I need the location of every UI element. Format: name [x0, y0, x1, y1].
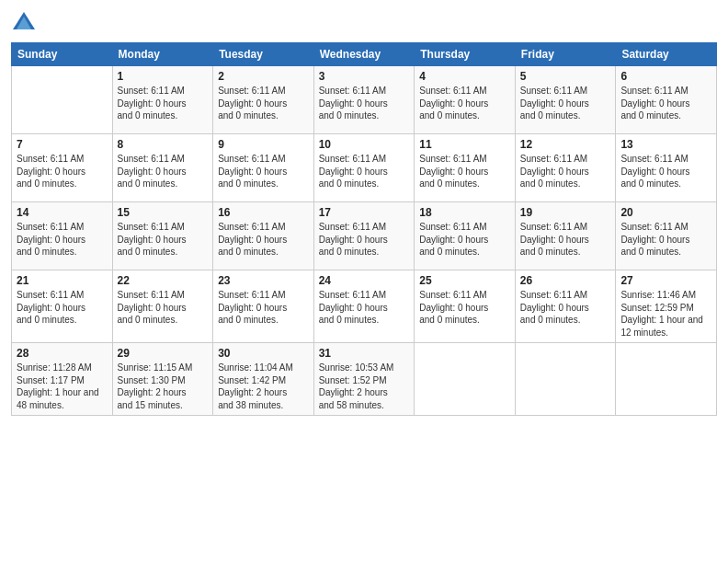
calendar-cell: 2Sunset: 6:11 AM Daylight: 0 hours and 0… — [213, 66, 314, 134]
weekday-header-wednesday: Wednesday — [313, 43, 415, 66]
weekday-header-friday: Friday — [515, 43, 616, 66]
day-info: Sunset: 6:11 AM Daylight: 0 hours and 0 … — [520, 221, 611, 259]
calendar-cell: 14Sunset: 6:11 AM Daylight: 0 hours and … — [12, 202, 113, 270]
calendar-cell: 17Sunset: 6:11 AM Daylight: 0 hours and … — [313, 202, 415, 270]
day-info: Sunset: 6:11 AM Daylight: 0 hours and 0 … — [419, 289, 510, 327]
day-info: Sunset: 6:11 AM Daylight: 0 hours and 0 … — [319, 85, 410, 122]
day-info: Sunset: 6:11 AM Daylight: 0 hours and 0 … — [218, 153, 309, 190]
calendar-week-1: 1Sunset: 6:11 AM Daylight: 0 hours and 0… — [12, 66, 717, 134]
calendar-cell: 5Sunset: 6:11 AM Daylight: 0 hours and 0… — [515, 66, 616, 134]
calendar-cell: 27Sunrise: 11:46 AM Sunset: 12:59 PM Day… — [616, 270, 717, 343]
day-number: 17 — [319, 206, 410, 219]
day-number: 20 — [620, 206, 711, 219]
calendar-cell: 22Sunset: 6:11 AM Daylight: 0 hours and … — [112, 270, 213, 343]
day-number: 26 — [520, 274, 611, 287]
day-number: 22 — [118, 274, 209, 287]
calendar-cell: 13Sunset: 6:11 AM Daylight: 0 hours and … — [616, 134, 717, 202]
calendar-week-3: 14Sunset: 6:11 AM Daylight: 0 hours and … — [12, 202, 717, 270]
calendar-cell: 8Sunset: 6:11 AM Daylight: 0 hours and 0… — [112, 134, 213, 202]
day-info: Sunset: 6:11 AM Daylight: 0 hours and 0 … — [218, 289, 309, 327]
day-info: Sunset: 6:11 AM Daylight: 0 hours and 0 … — [520, 289, 611, 327]
calendar-cell: 24Sunset: 6:11 AM Daylight: 0 hours and … — [313, 270, 415, 343]
day-info: Sunset: 6:11 AM Daylight: 0 hours and 0 … — [620, 221, 711, 259]
calendar-cell: 19Sunset: 6:11 AM Daylight: 0 hours and … — [515, 202, 616, 270]
calendar-cell — [616, 343, 717, 416]
calendar-cell — [515, 343, 616, 416]
day-number: 14 — [17, 206, 108, 219]
day-info: Sunrise: 11:04 AM Sunset: 1:42 PM Daylig… — [218, 362, 309, 411]
calendar-cell: 3Sunset: 6:11 AM Daylight: 0 hours and 0… — [313, 66, 415, 134]
calendar-cell: 11Sunset: 6:11 AM Daylight: 0 hours and … — [415, 134, 516, 202]
day-number: 19 — [520, 206, 611, 219]
day-number: 5 — [520, 70, 611, 83]
day-number: 8 — [118, 138, 209, 151]
day-info: Sunset: 6:11 AM Daylight: 0 hours and 0 … — [520, 153, 611, 190]
calendar-cell: 20Sunset: 6:11 AM Daylight: 0 hours and … — [616, 202, 717, 270]
calendar-cell: 31Sunrise: 10:53 AM Sunset: 1:52 PM Dayl… — [313, 343, 415, 416]
calendar-cell: 12Sunset: 6:11 AM Daylight: 0 hours and … — [515, 134, 616, 202]
weekday-header-row: SundayMondayTuesdayWednesdayThursdayFrid… — [12, 43, 717, 66]
day-info: Sunset: 6:11 AM Daylight: 0 hours and 0 … — [118, 221, 209, 259]
day-number: 2 — [218, 70, 309, 83]
day-number: 31 — [319, 347, 410, 360]
calendar-cell: 16Sunset: 6:11 AM Daylight: 0 hours and … — [213, 202, 314, 270]
day-number: 16 — [218, 206, 309, 219]
calendar-cell: 6Sunset: 6:11 AM Daylight: 0 hours and 0… — [616, 66, 717, 134]
day-info: Sunset: 6:11 AM Daylight: 0 hours and 0 … — [419, 85, 510, 122]
day-number: 25 — [419, 274, 510, 287]
day-info: Sunrise: 10:53 AM Sunset: 1:52 PM Daylig… — [319, 362, 410, 411]
weekday-header-thursday: Thursday — [415, 43, 516, 66]
day-number: 30 — [218, 347, 309, 360]
day-number: 15 — [118, 206, 209, 219]
day-number: 21 — [17, 274, 108, 287]
day-info: Sunset: 6:11 AM Daylight: 0 hours and 0 … — [319, 221, 410, 259]
calendar-cell — [12, 66, 113, 134]
day-info: Sunset: 6:11 AM Daylight: 0 hours and 0 … — [17, 289, 108, 327]
calendar-week-4: 21Sunset: 6:11 AM Daylight: 0 hours and … — [12, 270, 717, 343]
calendar-cell: 1Sunset: 6:11 AM Daylight: 0 hours and 0… — [112, 66, 213, 134]
calendar-cell — [415, 343, 516, 416]
day-info: Sunset: 6:11 AM Daylight: 0 hours and 0 … — [520, 85, 611, 122]
day-number: 27 — [620, 274, 711, 287]
day-info: Sunrise: 11:28 AM Sunset: 1:17 PM Daylig… — [17, 362, 108, 411]
day-info: Sunset: 6:11 AM Daylight: 0 hours and 0 … — [319, 289, 410, 327]
calendar-cell: 10Sunset: 6:11 AM Daylight: 0 hours and … — [313, 134, 415, 202]
calendar-cell: 30Sunrise: 11:04 AM Sunset: 1:42 PM Dayl… — [213, 343, 314, 416]
day-info: Sunset: 6:11 AM Daylight: 0 hours and 0 … — [419, 153, 510, 190]
day-info: Sunset: 6:11 AM Daylight: 0 hours and 0 … — [17, 153, 108, 190]
day-number: 11 — [419, 138, 510, 151]
weekday-header-tuesday: Tuesday — [213, 43, 314, 66]
day-number: 9 — [218, 138, 309, 151]
day-number: 12 — [520, 138, 611, 151]
calendar-cell: 15Sunset: 6:11 AM Daylight: 0 hours and … — [112, 202, 213, 270]
day-info: Sunset: 6:11 AM Daylight: 0 hours and 0 … — [319, 153, 410, 190]
logo-icon — [11, 9, 37, 35]
calendar-cell: 4Sunset: 6:11 AM Daylight: 0 hours and 0… — [415, 66, 516, 134]
day-number: 7 — [17, 138, 108, 151]
day-number: 6 — [620, 70, 711, 83]
calendar-week-2: 7Sunset: 6:11 AM Daylight: 0 hours and 0… — [12, 134, 717, 202]
day-number: 18 — [419, 206, 510, 219]
day-number: 1 — [118, 70, 209, 83]
day-number: 28 — [17, 347, 108, 360]
calendar-cell: 7Sunset: 6:11 AM Daylight: 0 hours and 0… — [12, 134, 113, 202]
day-number: 23 — [218, 274, 309, 287]
weekday-header-saturday: Saturday — [616, 43, 717, 66]
day-info: Sunset: 6:11 AM Daylight: 0 hours and 0 … — [118, 85, 209, 122]
day-info: Sunset: 6:11 AM Daylight: 0 hours and 0 … — [218, 85, 309, 122]
header — [11, 9, 717, 35]
day-info: Sunset: 6:11 AM Daylight: 0 hours and 0 … — [620, 85, 711, 122]
day-info: Sunset: 6:11 AM Daylight: 0 hours and 0 … — [118, 153, 209, 190]
calendar-cell: 23Sunset: 6:11 AM Daylight: 0 hours and … — [213, 270, 314, 343]
page: SundayMondayTuesdayWednesdayThursdayFrid… — [0, 0, 728, 563]
calendar-table: SundayMondayTuesdayWednesdayThursdayFrid… — [11, 42, 717, 416]
day-number: 3 — [319, 70, 410, 83]
day-number: 13 — [620, 138, 711, 151]
day-info: Sunset: 6:11 AM Daylight: 0 hours and 0 … — [419, 221, 510, 259]
logo — [11, 9, 40, 35]
weekday-header-monday: Monday — [112, 43, 213, 66]
day-number: 10 — [319, 138, 410, 151]
calendar-cell: 21Sunset: 6:11 AM Daylight: 0 hours and … — [12, 270, 113, 343]
day-info: Sunrise: 11:15 AM Sunset: 1:30 PM Daylig… — [118, 362, 209, 411]
calendar-cell: 25Sunset: 6:11 AM Daylight: 0 hours and … — [415, 270, 516, 343]
